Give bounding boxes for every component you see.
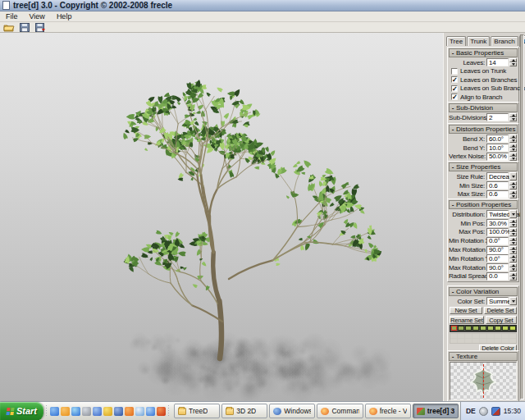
- notepad-icon[interactable]: [135, 407, 144, 416]
- winamp-icon[interactable]: [157, 407, 166, 416]
- word-icon[interactable]: [114, 407, 123, 416]
- checkbox-leaves-on-trunk[interactable]: [451, 68, 458, 75]
- spinner-vertex-noise[interactable]: [509, 153, 517, 161]
- new-set-button[interactable]: New Set: [450, 307, 482, 315]
- group-header-size-properties[interactable]: -Size Properties: [449, 162, 518, 171]
- group-header-color-variation[interactable]: -Color Variation: [449, 287, 518, 296]
- task-button-frecle-view-t[interactable]: frecle - View t...: [365, 404, 411, 418]
- input-sub-divisions[interactable]: 2: [486, 113, 509, 121]
- media-player-icon[interactable]: [93, 407, 102, 416]
- rename-set-button[interactable]: Rename Set: [450, 316, 484, 324]
- group-header-sub-division[interactable]: -Sub-Division: [449, 103, 518, 112]
- volume-settings-icon[interactable]: [82, 407, 91, 416]
- tab-tree[interactable]: Tree: [446, 36, 466, 46]
- color-grid-cell[interactable]: [509, 334, 516, 338]
- color-grid-cell[interactable]: [480, 339, 486, 343]
- color-grid-cell[interactable]: [465, 339, 472, 343]
- spinner-down-icon[interactable]: [509, 185, 517, 189]
- web-document-icon[interactable]: [61, 407, 70, 416]
- color-grid-cell[interactable]: [480, 334, 486, 338]
- color-grid[interactable]: [450, 333, 517, 344]
- color-grid-cell[interactable]: [450, 339, 457, 343]
- color-grid-cell[interactable]: [495, 334, 501, 338]
- color-grid-cell[interactable]: [458, 339, 464, 343]
- color-swatch-8[interactable]: [509, 326, 516, 331]
- copy-set-button[interactable]: Copy Set: [486, 316, 517, 324]
- tree-3d-viewport[interactable]: [0, 33, 443, 401]
- internet-explorer-icon[interactable]: [50, 407, 59, 416]
- task-button-tree-d-3-0-c[interactable]: tree[d] 3.0 - C...: [413, 404, 459, 418]
- input-distribution[interactable]: Twisted Pair: [486, 210, 509, 218]
- spinner-radial-spread[interactable]: [509, 272, 517, 281]
- menu-file[interactable]: File: [0, 11, 24, 22]
- group-header-position-properties[interactable]: -Position Properties: [449, 200, 518, 209]
- input-bend-y[interactable]: 10.0°: [486, 144, 509, 152]
- input-color-set[interactable]: Summer: [486, 297, 509, 305]
- spinner-sub-divisions[interactable]: [509, 113, 517, 121]
- input-max-rotation-y[interactable]: 90.0°: [486, 263, 509, 272]
- color-grid-cell[interactable]: [450, 334, 457, 338]
- title-bar[interactable]: tree[d] 3.0 - Copyright © 2002-2008 frec…: [0, 0, 525, 11]
- checkbox-leaves-on-branches[interactable]: ✓: [451, 76, 458, 83]
- color-grid-cell[interactable]: [472, 334, 479, 338]
- color-grid-cell[interactable]: [465, 334, 472, 338]
- dropdown-distribution[interactable]: [509, 210, 517, 218]
- spinner-min-rotation-x[interactable]: [509, 237, 517, 245]
- spinner-down-icon[interactable]: [509, 62, 517, 66]
- tab-branch[interactable]: Branch: [491, 36, 518, 46]
- task-button-command-and[interactable]: Command and...: [317, 404, 363, 418]
- panel-scrollbar[interactable]: [520, 34, 524, 399]
- delete-set-button[interactable]: Delete Set: [484, 307, 517, 315]
- spinner-max-pos[interactable]: [509, 228, 517, 236]
- input-min-rotation-y[interactable]: 0.0°: [486, 254, 509, 262]
- spinner-down-icon[interactable]: [509, 232, 517, 236]
- color-grid-cell[interactable]: [495, 339, 501, 343]
- spinner-bend-x[interactable]: [509, 135, 517, 143]
- input-max-rotation-x[interactable]: 90.0°: [486, 246, 509, 254]
- spinner-max-rotation-x[interactable]: [509, 246, 517, 254]
- spinner-bend-y[interactable]: [509, 144, 517, 152]
- input-bend-x[interactable]: 60.0°: [486, 135, 509, 143]
- save-as-icon[interactable]: [34, 22, 47, 32]
- input-vertex-noise[interactable]: 50.0%: [486, 153, 509, 161]
- group-header-basic-properties[interactable]: -Basic Properties: [449, 48, 518, 57]
- color-grid-cell[interactable]: [458, 334, 464, 338]
- dropdown-color-set[interactable]: [509, 297, 517, 305]
- input-radial-spread[interactable]: 0.0: [486, 272, 509, 281]
- spinner-down-icon[interactable]: [509, 241, 517, 245]
- task-button-treed[interactable]: TreeD: [174, 404, 220, 418]
- input-max-size[interactable]: 0.6: [486, 190, 509, 199]
- color-swatch-4[interactable]: [480, 326, 486, 331]
- input-min-size[interactable]: 0.6: [486, 181, 509, 189]
- checkbox-leaves-on-sub-branches[interactable]: ✓: [451, 85, 458, 92]
- color-swatch-3[interactable]: [472, 326, 479, 331]
- color-grid-cell[interactable]: [472, 339, 479, 343]
- download-manager-icon[interactable]: [103, 407, 112, 416]
- messenger-icon[interactable]: [71, 407, 80, 416]
- spinner-leaves[interactable]: [509, 58, 517, 66]
- color-swatch-2[interactable]: [465, 326, 472, 331]
- spinner-max-rotation-y[interactable]: [509, 263, 517, 272]
- color-grid-cell[interactable]: [487, 334, 494, 338]
- group-header-distortion-properties[interactable]: -Distortion Properties: [449, 125, 518, 134]
- spinner-max-size[interactable]: [509, 190, 517, 199]
- group-header-texture[interactable]: -Texture: [449, 352, 518, 361]
- spinner-min-rotation-y[interactable]: [509, 254, 517, 262]
- spinner-min-size[interactable]: [509, 181, 517, 189]
- spinner-down-icon[interactable]: [509, 250, 517, 254]
- input-leaves[interactable]: 14: [486, 58, 509, 66]
- spinner-down-icon[interactable]: [509, 223, 517, 227]
- color-swatch-1[interactable]: [458, 326, 464, 331]
- dropdown-size-rule[interactable]: [509, 172, 517, 180]
- tab-trunk[interactable]: Trunk: [467, 36, 490, 46]
- volume-icon[interactable]: [479, 407, 488, 416]
- task-button-windows-medi[interactable]: Windows Medi...: [269, 404, 315, 418]
- spinner-down-icon[interactable]: [509, 267, 517, 272]
- color-grid-cell[interactable]: [502, 334, 509, 338]
- spinner-down-icon[interactable]: [509, 148, 517, 152]
- save-icon[interactable]: [18, 22, 31, 32]
- network-icon[interactable]: [491, 407, 500, 416]
- color-grid-cell[interactable]: [509, 339, 516, 343]
- color-swatch-6[interactable]: [495, 326, 501, 331]
- language-indicator[interactable]: DE: [466, 407, 476, 415]
